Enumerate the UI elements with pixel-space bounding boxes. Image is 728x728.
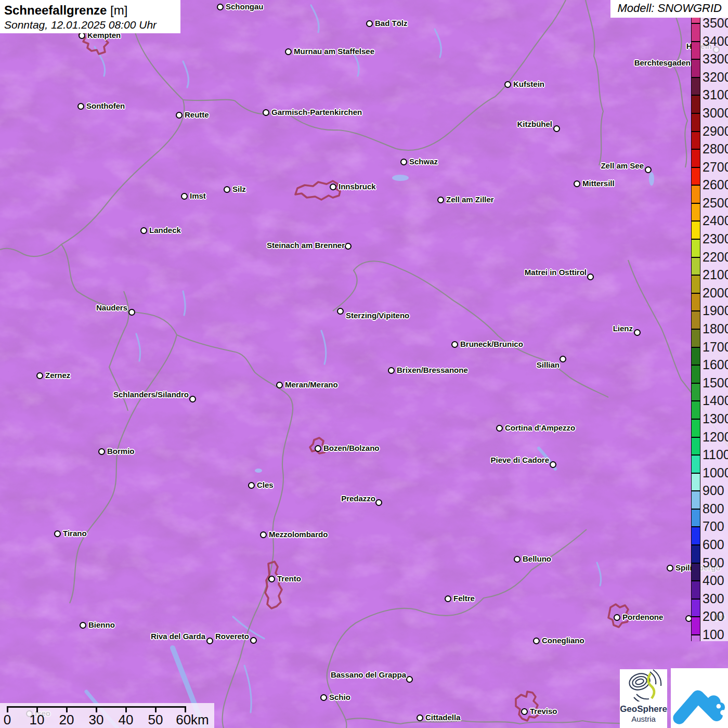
city-label: Matrei in Osttirol xyxy=(525,268,587,277)
city-marker xyxy=(560,356,566,362)
city-label: Bormio xyxy=(107,447,135,456)
city-label: Murnau am Staffelsee xyxy=(294,47,374,56)
city-label: Feltre xyxy=(453,594,475,603)
colorbar-tick xyxy=(692,185,700,186)
colorbar-band xyxy=(692,491,700,509)
colorbar-tick xyxy=(692,347,700,348)
city-marker xyxy=(80,622,86,629)
colorbar-tick xyxy=(692,400,700,401)
city-label: Trento xyxy=(277,574,301,583)
colorbar-band xyxy=(692,95,700,113)
colorbar-band xyxy=(692,383,700,401)
colorbar-band xyxy=(692,509,700,527)
city-label: Bozen/Bolzano xyxy=(323,444,380,452)
city-label: Sillian xyxy=(537,360,560,369)
colorbar-band xyxy=(692,185,700,203)
city-marker xyxy=(645,166,652,173)
colorbar-tick-label: 1000 xyxy=(703,465,728,480)
city-label: Steinach am Brenner xyxy=(267,241,345,250)
city-marker xyxy=(553,125,560,132)
city-marker xyxy=(445,595,451,602)
city-marker xyxy=(514,556,521,563)
snowfall-line-map: HalleinBerchtesgadenSpilimbergoipoIseo S… xyxy=(0,0,728,728)
colorbar-tick xyxy=(692,544,700,545)
colorbar-band xyxy=(692,599,700,617)
colorbar-tick-label: 2100 xyxy=(703,267,728,282)
colorbar-tick-label: 200 xyxy=(703,609,724,624)
city-marker xyxy=(634,329,641,336)
colorbar-band xyxy=(692,329,700,347)
geosphere-logo-country: Austria xyxy=(620,714,667,723)
colorbar-band xyxy=(692,401,700,419)
scalebar-tick-label: 50 xyxy=(135,712,176,728)
city-marker xyxy=(320,694,327,701)
city-label: Schlanders/Silandro xyxy=(113,390,189,399)
colorbar-tick-label: 3300 xyxy=(703,51,728,67)
colorbar-tick-label: 3500 xyxy=(703,16,728,31)
city-label: Pieve di Cadore xyxy=(490,456,549,464)
city-marker xyxy=(285,48,292,55)
city-marker xyxy=(330,184,336,190)
colorbar-band xyxy=(692,473,700,491)
colorbar-tick xyxy=(692,95,700,96)
city-label: Belluno xyxy=(523,554,551,563)
title-main: Schneefallgrenze xyxy=(4,3,107,17)
colorbar-tick xyxy=(692,616,700,617)
colorbar-tick-label: 1300 xyxy=(703,411,728,426)
colorbar-band xyxy=(692,239,700,257)
colorbar-band xyxy=(692,23,700,42)
city-marker xyxy=(587,274,594,280)
city-label: Lienz xyxy=(613,324,633,333)
colorbar-tick-label: 1200 xyxy=(703,430,728,445)
colorbar-tick-label: 600 xyxy=(703,537,724,552)
colorbar-tick-label: 2500 xyxy=(703,196,728,211)
colorbar-tick-label: 2900 xyxy=(703,124,728,139)
colorbar-tick xyxy=(692,419,700,420)
colorbar-band xyxy=(692,132,700,150)
city-marker xyxy=(189,396,196,402)
colorbar-tick xyxy=(692,275,700,276)
colorbar-tick xyxy=(692,113,700,114)
colorbar-band xyxy=(692,365,700,383)
colorbar-band xyxy=(692,257,700,276)
colorbar-tick xyxy=(692,220,700,222)
city-label: Reutte xyxy=(185,110,209,119)
city-label: Riva del Garda xyxy=(151,632,205,641)
colorbar-band xyxy=(692,527,700,545)
city-marker xyxy=(400,159,407,165)
colorbar-tick xyxy=(692,77,700,78)
geosphere-logo-name: GeoSphere xyxy=(620,704,667,714)
city-label: Sterzing/Vipiteno xyxy=(346,311,409,320)
colorbar-tick-label: 1400 xyxy=(703,393,728,408)
city-marker xyxy=(206,638,213,644)
city-marker xyxy=(54,530,61,537)
colorbar-tick xyxy=(692,490,700,491)
city-label: Bassano del Grappa xyxy=(331,670,406,679)
mountain-cloud-logo-icon xyxy=(672,672,726,724)
colorbar-band xyxy=(692,545,700,563)
colorbar-tick-label: 1500 xyxy=(703,375,728,391)
colorbar-tick xyxy=(692,203,700,204)
city-marker xyxy=(417,714,423,721)
page-title: Schneefallgrenze [m] xyxy=(4,3,180,18)
colorbar-tick-label: 100 xyxy=(703,627,724,642)
colorbar-tick xyxy=(692,526,700,527)
colorbar-tick-label: 400 xyxy=(703,573,724,588)
colorbar-tick-label: 800 xyxy=(703,501,724,516)
colorbar-tick xyxy=(692,473,700,474)
colorbar-band xyxy=(692,221,700,239)
colorbar-tick-label: 300 xyxy=(703,591,724,606)
colorbar-tick-label: 1800 xyxy=(703,321,728,336)
colorbar-band xyxy=(692,437,700,456)
city-label: Rovereto xyxy=(215,632,249,641)
city-marker xyxy=(451,341,458,348)
city-marker xyxy=(217,4,224,10)
colorbar-band xyxy=(692,203,700,222)
colorbar-tick-label: 3400 xyxy=(703,34,728,49)
city-marker xyxy=(614,614,620,621)
geosphere-logo-box: GeoSphere Austria xyxy=(620,669,667,728)
colorbar-band xyxy=(692,275,700,293)
city-marker xyxy=(345,243,352,250)
city-marker xyxy=(375,499,382,506)
title-subtitle: Sonntag, 12.01.2025 08:00 Uhr xyxy=(4,19,180,31)
